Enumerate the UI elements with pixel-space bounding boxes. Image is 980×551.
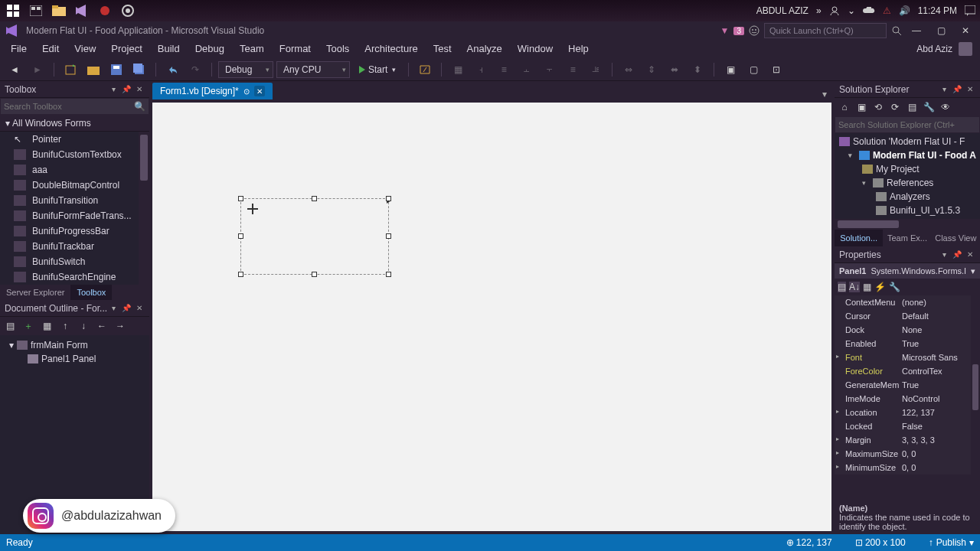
toolbox-search-input[interactable] <box>4 102 134 111</box>
menu-view[interactable]: View <box>67 40 103 58</box>
resize-handle[interactable] <box>312 272 317 277</box>
platform-dropdown[interactable]: Any CPU <box>276 61 350 78</box>
tab-toolbox[interactable]: Toolbox <box>70 285 112 300</box>
task-view-icon[interactable] <box>28 2 44 19</box>
feedback-icon[interactable] <box>749 25 760 36</box>
sol-showall-icon[interactable]: ▤ <box>905 100 919 114</box>
property-row[interactable]: LockedFalse <box>835 419 980 433</box>
sol-props-icon[interactable]: 🔧 <box>922 100 936 114</box>
categorized-icon[interactable]: ▤ <box>838 282 846 292</box>
chevron-down-icon[interactable]: ⌄ <box>848 5 855 16</box>
toolbox-group-header[interactable]: ▾All Windows Forms <box>0 115 149 132</box>
open-file-icon[interactable] <box>83 60 103 79</box>
resize-handle[interactable] <box>238 272 243 277</box>
sol-sync-icon[interactable]: ⟲ <box>871 100 885 114</box>
property-row[interactable]: EnabledTrue <box>835 337 980 350</box>
save-icon[interactable] <box>106 60 126 79</box>
order-front-icon[interactable]: ▣ <box>720 60 740 79</box>
toolbox-search[interactable]: 🔍 <box>0 98 149 115</box>
tab-class-view[interactable]: Class View <box>932 230 980 246</box>
search-icon[interactable]: 🔍 <box>134 101 145 112</box>
analyzers-node[interactable]: Analyzers <box>835 190 980 204</box>
notification-badge[interactable]: 3 <box>733 27 744 35</box>
new-project-icon[interactable] <box>60 60 80 79</box>
close-panel-icon[interactable]: ✕ <box>134 303 145 314</box>
tool-pointer[interactable]: ↖Pointer <box>0 132 149 147</box>
move-up-icon[interactable]: ↑ <box>58 319 72 333</box>
menu-project[interactable]: Project <box>103 40 149 58</box>
onedrive-icon[interactable] <box>863 7 875 15</box>
pin-icon[interactable]: 📌 <box>952 249 962 260</box>
property-row[interactable]: MaximumSize0, 0 <box>835 447 980 461</box>
resize-handle[interactable] <box>238 233 243 239</box>
menu-format[interactable]: Format <box>272 40 318 58</box>
resize-handle[interactable] <box>386 233 391 239</box>
tool-bunifu-textbox[interactable]: BunifuCustomTextbox <box>0 147 149 162</box>
order-back-icon[interactable]: ▢ <box>743 60 763 79</box>
flag-icon[interactable]: ▼ <box>720 25 730 36</box>
property-row[interactable]: FontMicrosoft Sans <box>835 350 980 364</box>
outline-add-icon[interactable]: ＋ <box>21 319 35 333</box>
outline-root[interactable]: ▾frmMain Form <box>2 338 148 352</box>
solution-search[interactable] <box>835 116 980 133</box>
menu-tools[interactable]: Tools <box>318 40 357 58</box>
selected-panel[interactable] <box>240 198 389 275</box>
record-icon[interactable] <box>96 2 113 19</box>
close-panel-icon[interactable]: ✕ <box>134 84 145 95</box>
quick-launch-input[interactable]: Quick Launch (Ctrl+Q) <box>764 23 887 38</box>
menu-file[interactable]: File <box>3 40 34 58</box>
dropdown-icon[interactable]: ▾ <box>939 84 949 95</box>
dropdown-icon[interactable]: ▾ <box>939 249 949 260</box>
form-canvas[interactable] <box>152 103 831 531</box>
obs-icon[interactable] <box>119 2 136 19</box>
search-icon[interactable] <box>891 25 902 36</box>
home-icon[interactable]: ⌂ <box>838 100 851 114</box>
tab-server-explorer[interactable]: Server Explorer <box>0 285 70 300</box>
solution-hscrollbar[interactable] <box>835 219 980 230</box>
action-center-icon[interactable] <box>965 5 975 16</box>
move-down-icon[interactable]: ↓ <box>77 319 90 333</box>
resize-handle[interactable] <box>386 272 391 277</box>
resize-handle[interactable] <box>386 196 391 201</box>
myproject-node[interactable]: My Project <box>835 162 980 176</box>
minimize-button[interactable]: — <box>906 24 926 37</box>
property-row[interactable]: DockNone <box>835 323 980 337</box>
tab-solution[interactable]: Solution... <box>835 230 883 246</box>
resize-handle[interactable] <box>312 196 317 201</box>
move-out-icon[interactable]: ← <box>95 319 109 333</box>
events-icon[interactable]: ⚡ <box>874 282 886 292</box>
undo-icon[interactable] <box>162 60 182 79</box>
close-panel-icon[interactable]: ✕ <box>965 84 975 95</box>
property-row[interactable]: ContextMenu(none) <box>835 295 980 309</box>
nav-back-icon[interactable]: ◄ <box>5 60 24 79</box>
config-dropdown[interactable]: Debug <box>218 61 273 78</box>
property-row[interactable]: Margin3, 3, 3, 3 <box>835 433 980 447</box>
bunifu-ref-node[interactable]: Bunifu_UI_v1.5.3 <box>835 204 980 217</box>
outline-expand-icon[interactable]: ▤ <box>3 319 17 333</box>
account-avatar[interactable] <box>959 42 972 56</box>
menu-test[interactable]: Test <box>426 40 459 58</box>
outline-child-panel[interactable]: Panel1 Panel <box>2 352 148 366</box>
tool-aaa[interactable]: aaa <box>0 162 149 178</box>
file-explorer-icon[interactable] <box>51 2 67 19</box>
volume-icon[interactable]: 🔊 <box>899 5 910 16</box>
tool-searchengine[interactable]: BunifuSearchEngine <box>0 269 149 285</box>
property-row[interactable]: ImeModeNoControl <box>835 392 980 406</box>
prop-pages-icon[interactable]: 🔧 <box>889 282 900 292</box>
save-all-icon[interactable] <box>129 60 149 79</box>
tab-overflow-icon[interactable]: ▾ <box>818 89 831 99</box>
move-in-icon[interactable]: → <box>113 319 127 333</box>
menu-team[interactable]: Team <box>232 40 272 58</box>
menubar-user[interactable]: Abd Aziz <box>916 44 952 54</box>
resize-handle[interactable] <box>238 196 243 201</box>
solution-node[interactable]: Solution 'Modern Flat UI - F <box>835 135 980 148</box>
menu-edit[interactable]: Edit <box>34 40 67 58</box>
dropdown-icon[interactable]: ▾ <box>108 84 119 95</box>
browser-link-icon[interactable] <box>415 60 435 79</box>
menu-build[interactable]: Build <box>150 40 188 58</box>
references-node[interactable]: ▾References <box>835 176 980 190</box>
sol-refresh-icon[interactable]: ⟳ <box>888 100 902 114</box>
close-tab-icon[interactable]: ✕ <box>254 86 265 96</box>
alphabetical-icon[interactable]: A↓ <box>849 282 860 292</box>
property-row[interactable]: ForeColorControlTex <box>835 364 980 378</box>
